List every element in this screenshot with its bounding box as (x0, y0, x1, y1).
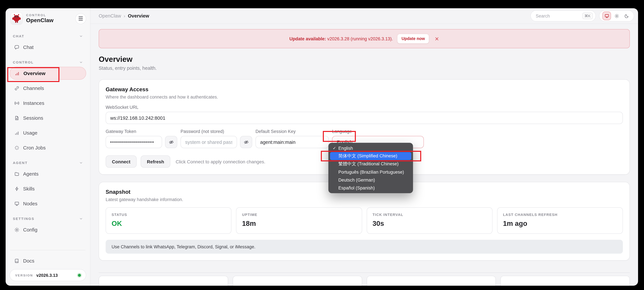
sidebar-item-docs[interactable]: Docs (10, 254, 86, 267)
sidebar-item-label: Docs (23, 258, 34, 263)
chat-bubble-icon (14, 45, 20, 50)
password-label: Password (not stored) (180, 129, 252, 134)
sidebar-item-skills[interactable]: Skills (10, 182, 86, 195)
sidebar-item-cron-jobs[interactable]: Cron Jobs (10, 141, 86, 154)
menu-item-traditional-chinese[interactable]: 繁體中文 (Traditional Chinese) (330, 160, 411, 168)
sidebar-footer: Docs VERSION v2026.3.13 (6, 247, 90, 286)
search-input[interactable]: Search ⌘K (530, 10, 596, 22)
sidebar-item-usage[interactable]: Usage (10, 126, 86, 139)
check-icon: ✓ (333, 146, 338, 151)
update-message-bold: Update available: (289, 36, 326, 41)
sidebar-divider (10, 250, 86, 250)
sidebar-item-overview[interactable]: Overview (10, 67, 86, 80)
book-icon (14, 258, 20, 263)
menu-item-simplified-chinese[interactable]: 简体中文 (Simplified Chinese) (330, 152, 411, 160)
sidebar-item-label: Skills (23, 186, 35, 192)
topbar-controls: Search ⌘K (530, 10, 634, 22)
sidebar-nav: CHAT Chat CONTROL Overview Chann (6, 25, 90, 247)
stat-label: UPTIME (242, 213, 356, 217)
breadcrumb: OpenClaw › Overview (99, 13, 149, 19)
sidebar-item-chat[interactable]: Chat (10, 41, 86, 54)
monitor-icon (14, 201, 20, 206)
nav-section-settings[interactable]: SETTINGS (13, 216, 83, 221)
shortcut-badge: ⌘K (582, 13, 593, 19)
next-section-cards (99, 276, 630, 286)
sidebar-item-label: Overview (24, 70, 46, 76)
sidebar-item-channels[interactable]: Channels (10, 82, 86, 95)
chevron-down-icon (79, 161, 83, 165)
sidebar-item-label: Instances (23, 100, 44, 106)
sidebar-item-label: Channels (23, 85, 44, 91)
moon-icon (624, 13, 629, 18)
eye-off-icon (168, 139, 174, 145)
menu-item-label: Deutsch (German) (338, 177, 375, 182)
sidebar-item-nodes[interactable]: Nodes (10, 197, 86, 210)
sidebar-item-agents[interactable]: Agents (10, 167, 86, 180)
sidebar-item-label: Chat (23, 44, 34, 50)
status-dot-icon (77, 273, 82, 277)
screenshot-stage: CONTROL OpenClaw CHAT Chat CONTROL (0, 0, 644, 290)
menu-item-english[interactable]: ✓ English (330, 144, 411, 152)
sidebar-item-label: Cron Jobs (23, 145, 46, 151)
bar-chart-icon (14, 130, 20, 135)
gateway-token-input[interactable]: •••••••••••••••••••••• (106, 136, 162, 148)
connect-hint: Click Connect to apply connection change… (176, 159, 265, 164)
close-icon[interactable] (435, 37, 439, 41)
gateway-token-label: Gateway Token (106, 129, 177, 134)
session-key-input[interactable]: agent:main:main (256, 136, 329, 148)
stat-value: OK (112, 220, 226, 227)
breadcrumb-separator: › (124, 13, 125, 19)
broadcast-icon (14, 100, 20, 106)
nav-section-agent[interactable]: AGENT (13, 160, 83, 165)
stat-status: STATUS OK (106, 207, 232, 234)
update-banner: Update available: v2026.3.28 (running v2… (99, 29, 630, 48)
stat-tick-interval: TICK INTERVAL 30s (366, 207, 492, 234)
theme-light-button[interactable] (612, 12, 621, 20)
stat-value: 1m ago (503, 220, 617, 227)
stat-label: TICK INTERVAL (372, 213, 486, 217)
snapshot-card: Snapshot Latest gateway handshake inform… (99, 182, 630, 260)
folder-icon (14, 171, 20, 176)
toggle-password-visibility-button[interactable] (240, 136, 252, 148)
menu-item-label: 繁體中文 (Traditional Chinese) (338, 161, 398, 167)
menu-item-label: 简体中文 (Simplified Chinese) (338, 153, 397, 159)
chevron-down-icon (79, 60, 83, 64)
breadcrumb-root[interactable]: OpenClaw (99, 13, 121, 19)
toggle-token-visibility-button[interactable] (165, 136, 177, 148)
card-subtitle: Where the dashboard connects and how it … (106, 95, 623, 99)
sidebar-item-label: Sessions (23, 115, 43, 121)
update-message: Update available: v2026.3.28 (running v2… (289, 36, 393, 41)
menu-item-german[interactable]: Deutsch (German) (330, 176, 411, 184)
language-label: Language (332, 129, 424, 134)
password-input[interactable] (180, 136, 237, 148)
field-labels-row: Gateway Token Password (not stored) Defa… (106, 129, 623, 134)
card-partial (99, 276, 228, 286)
link-icon (14, 85, 20, 91)
menu-item-label: Português (Brazilian Portuguese) (338, 170, 404, 175)
card-partial (500, 276, 630, 286)
menu-item-spanish[interactable]: Español (Spanish) (330, 184, 411, 192)
stat-value: 30s (372, 220, 486, 227)
section-label: AGENT (13, 161, 28, 165)
stat-uptime: UPTIME 18m (236, 207, 362, 234)
topbar: OpenClaw › Overview Search ⌘K (90, 8, 638, 24)
theme-system-button[interactable] (602, 12, 611, 20)
breadcrumb-current: Overview (128, 13, 149, 19)
sidebar-collapse-button[interactable] (75, 13, 86, 24)
version-value: v2026.3.13 (36, 273, 74, 277)
theme-dark-button[interactable] (622, 12, 631, 20)
update-now-button[interactable]: Update now (397, 34, 429, 44)
websocket-url-input[interactable]: ws://192.168.10.242:8001 (106, 112, 623, 124)
sidebar-item-instances[interactable]: Instances (10, 97, 86, 109)
nav-section-chat[interactable]: CHAT (13, 33, 83, 39)
sidebar-item-config[interactable]: Config (10, 223, 86, 236)
menu-item-portuguese[interactable]: Português (Brazilian Portuguese) (330, 168, 411, 176)
nav-section-control[interactable]: CONTROL (13, 60, 83, 65)
chevron-down-icon (79, 34, 83, 38)
zap-icon (14, 186, 20, 191)
card-title: Gateway Access (106, 86, 623, 93)
section-label: CONTROL (13, 60, 34, 64)
sidebar-item-sessions[interactable]: Sessions (10, 111, 86, 124)
connect-button[interactable]: Connect (106, 156, 137, 168)
refresh-button[interactable]: Refresh (140, 156, 170, 168)
